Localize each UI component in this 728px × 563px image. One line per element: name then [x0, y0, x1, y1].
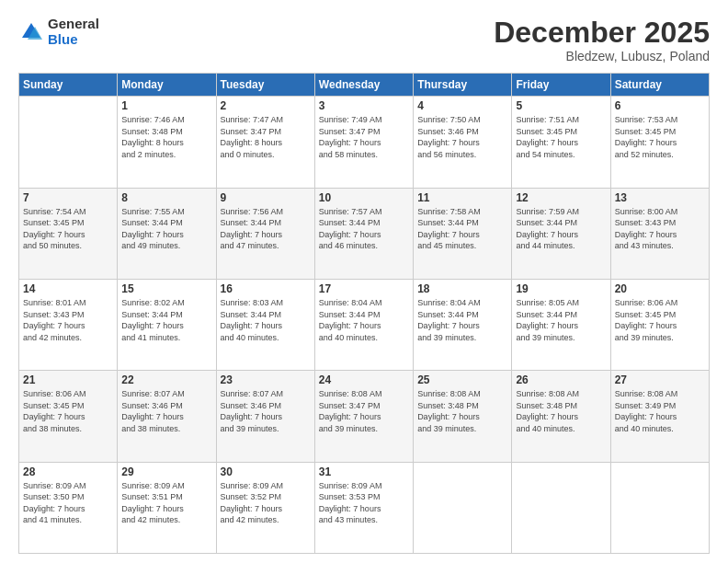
table-row: 23Sunrise: 8:07 AM Sunset: 3:46 PM Dayli…	[216, 371, 314, 462]
location: Bledzew, Lubusz, Poland	[494, 49, 710, 63]
day-number: 13	[615, 191, 705, 204]
day-info: Sunrise: 8:06 AM Sunset: 3:45 PM Dayligh…	[23, 388, 113, 434]
day-number: 22	[121, 373, 211, 386]
day-number: 16	[221, 282, 311, 295]
day-info: Sunrise: 7:51 AM Sunset: 3:45 PM Dayligh…	[516, 114, 606, 160]
col-sunday: Sunday	[19, 74, 118, 97]
logo-text: General Blue	[48, 17, 99, 47]
table-row: 8Sunrise: 7:55 AM Sunset: 3:44 PM Daylig…	[118, 188, 216, 279]
col-wednesday: Wednesday	[314, 74, 413, 97]
day-number: 21	[23, 373, 113, 386]
table-row: 22Sunrise: 8:07 AM Sunset: 3:46 PM Dayli…	[118, 371, 216, 462]
day-info: Sunrise: 8:04 AM Sunset: 3:44 PM Dayligh…	[417, 297, 507, 343]
calendar: Sunday Monday Tuesday Wednesday Thursday…	[18, 73, 710, 554]
table-row: 21Sunrise: 8:06 AM Sunset: 3:45 PM Dayli…	[19, 371, 118, 462]
day-info: Sunrise: 7:49 AM Sunset: 3:47 PM Dayligh…	[319, 114, 409, 160]
day-info: Sunrise: 8:08 AM Sunset: 3:48 PM Dayligh…	[516, 388, 606, 434]
day-info: Sunrise: 8:06 AM Sunset: 3:45 PM Dayligh…	[615, 297, 705, 343]
table-row: 17Sunrise: 8:04 AM Sunset: 3:44 PM Dayli…	[314, 279, 413, 370]
table-row: 7Sunrise: 7:54 AM Sunset: 3:45 PM Daylig…	[19, 188, 118, 279]
day-info: Sunrise: 8:08 AM Sunset: 3:48 PM Dayligh…	[417, 388, 507, 434]
day-number: 10	[319, 191, 409, 204]
logo-icon	[18, 19, 44, 45]
calendar-week-1: 7Sunrise: 7:54 AM Sunset: 3:45 PM Daylig…	[19, 188, 710, 279]
table-row	[19, 97, 118, 188]
day-info: Sunrise: 8:08 AM Sunset: 3:47 PM Dayligh…	[319, 388, 409, 434]
day-number: 6	[615, 99, 705, 112]
table-row: 20Sunrise: 8:06 AM Sunset: 3:45 PM Dayli…	[610, 279, 709, 370]
day-number: 5	[516, 99, 606, 112]
day-number: 1	[121, 99, 211, 112]
day-info: Sunrise: 8:03 AM Sunset: 3:44 PM Dayligh…	[221, 297, 311, 343]
day-number: 7	[23, 191, 113, 204]
day-number: 8	[121, 191, 211, 204]
day-info: Sunrise: 7:50 AM Sunset: 3:46 PM Dayligh…	[417, 114, 507, 160]
day-number: 18	[417, 282, 507, 295]
table-row: 29Sunrise: 8:09 AM Sunset: 3:51 PM Dayli…	[118, 462, 216, 553]
table-row: 5Sunrise: 7:51 AM Sunset: 3:45 PM Daylig…	[512, 97, 610, 188]
day-info: Sunrise: 7:53 AM Sunset: 3:45 PM Dayligh…	[615, 114, 705, 160]
day-number: 9	[221, 191, 311, 204]
logo-blue-text: Blue	[48, 32, 99, 48]
table-row: 13Sunrise: 8:00 AM Sunset: 3:43 PM Dayli…	[610, 188, 709, 279]
day-number: 26	[516, 373, 606, 386]
day-info: Sunrise: 8:07 AM Sunset: 3:46 PM Dayligh…	[221, 388, 311, 434]
day-number: 29	[121, 465, 211, 478]
table-row: 25Sunrise: 8:08 AM Sunset: 3:48 PM Dayli…	[414, 371, 512, 462]
header: General Blue December 2025 Bledzew, Lubu…	[18, 17, 710, 63]
day-info: Sunrise: 7:57 AM Sunset: 3:44 PM Dayligh…	[319, 206, 409, 252]
calendar-week-0: 1Sunrise: 7:46 AM Sunset: 3:48 PM Daylig…	[19, 97, 710, 188]
table-row: 15Sunrise: 8:02 AM Sunset: 3:44 PM Dayli…	[118, 279, 216, 370]
table-row	[414, 462, 512, 553]
col-friday: Friday	[512, 74, 610, 97]
day-info: Sunrise: 8:02 AM Sunset: 3:44 PM Dayligh…	[121, 297, 211, 343]
day-info: Sunrise: 8:09 AM Sunset: 3:50 PM Dayligh…	[23, 480, 113, 526]
title-block: December 2025 Bledzew, Lubusz, Poland	[494, 17, 710, 63]
table-row: 24Sunrise: 8:08 AM Sunset: 3:47 PM Dayli…	[314, 371, 413, 462]
day-info: Sunrise: 8:00 AM Sunset: 3:43 PM Dayligh…	[615, 206, 705, 252]
calendar-week-4: 28Sunrise: 8:09 AM Sunset: 3:50 PM Dayli…	[19, 462, 710, 553]
day-info: Sunrise: 8:07 AM Sunset: 3:46 PM Dayligh…	[121, 388, 211, 434]
table-row: 6Sunrise: 7:53 AM Sunset: 3:45 PM Daylig…	[610, 97, 709, 188]
day-number: 25	[417, 373, 507, 386]
day-info: Sunrise: 8:08 AM Sunset: 3:49 PM Dayligh…	[615, 388, 705, 434]
day-info: Sunrise: 7:59 AM Sunset: 3:44 PM Dayligh…	[516, 206, 606, 252]
table-row: 12Sunrise: 7:59 AM Sunset: 3:44 PM Dayli…	[512, 188, 610, 279]
table-row: 10Sunrise: 7:57 AM Sunset: 3:44 PM Dayli…	[314, 188, 413, 279]
col-monday: Monday	[118, 74, 216, 97]
logo: General Blue	[18, 17, 99, 47]
table-row	[512, 462, 610, 553]
table-row: 9Sunrise: 7:56 AM Sunset: 3:44 PM Daylig…	[216, 188, 314, 279]
table-row: 4Sunrise: 7:50 AM Sunset: 3:46 PM Daylig…	[414, 97, 512, 188]
table-row: 11Sunrise: 7:58 AM Sunset: 3:44 PM Dayli…	[414, 188, 512, 279]
day-number: 4	[417, 99, 507, 112]
day-number: 3	[319, 99, 409, 112]
table-row: 26Sunrise: 8:08 AM Sunset: 3:48 PM Dayli…	[512, 371, 610, 462]
day-number: 27	[615, 373, 705, 386]
day-number: 14	[23, 282, 113, 295]
table-row: 30Sunrise: 8:09 AM Sunset: 3:52 PM Dayli…	[216, 462, 314, 553]
table-row: 14Sunrise: 8:01 AM Sunset: 3:43 PM Dayli…	[19, 279, 118, 370]
table-row: 18Sunrise: 8:04 AM Sunset: 3:44 PM Dayli…	[414, 279, 512, 370]
day-info: Sunrise: 7:54 AM Sunset: 3:45 PM Dayligh…	[23, 206, 113, 252]
day-number: 12	[516, 191, 606, 204]
calendar-header-row: Sunday Monday Tuesday Wednesday Thursday…	[19, 74, 710, 97]
col-tuesday: Tuesday	[216, 74, 314, 97]
day-number: 2	[221, 99, 311, 112]
table-row: 28Sunrise: 8:09 AM Sunset: 3:50 PM Dayli…	[19, 462, 118, 553]
day-number: 17	[319, 282, 409, 295]
day-number: 19	[516, 282, 606, 295]
day-info: Sunrise: 7:56 AM Sunset: 3:44 PM Dayligh…	[221, 206, 311, 252]
table-row: 19Sunrise: 8:05 AM Sunset: 3:44 PM Dayli…	[512, 279, 610, 370]
day-number: 15	[121, 282, 211, 295]
table-row: 27Sunrise: 8:08 AM Sunset: 3:49 PM Dayli…	[610, 371, 709, 462]
day-number: 30	[221, 465, 311, 478]
table-row: 16Sunrise: 8:03 AM Sunset: 3:44 PM Dayli…	[216, 279, 314, 370]
col-saturday: Saturday	[610, 74, 709, 97]
table-row: 31Sunrise: 8:09 AM Sunset: 3:53 PM Dayli…	[314, 462, 413, 553]
day-info: Sunrise: 8:09 AM Sunset: 3:52 PM Dayligh…	[221, 480, 311, 526]
day-info: Sunrise: 7:55 AM Sunset: 3:44 PM Dayligh…	[121, 206, 211, 252]
logo-general-text: General	[48, 17, 99, 32]
day-number: 31	[319, 465, 409, 478]
page: General Blue December 2025 Bledzew, Lubu…	[0, 0, 728, 563]
